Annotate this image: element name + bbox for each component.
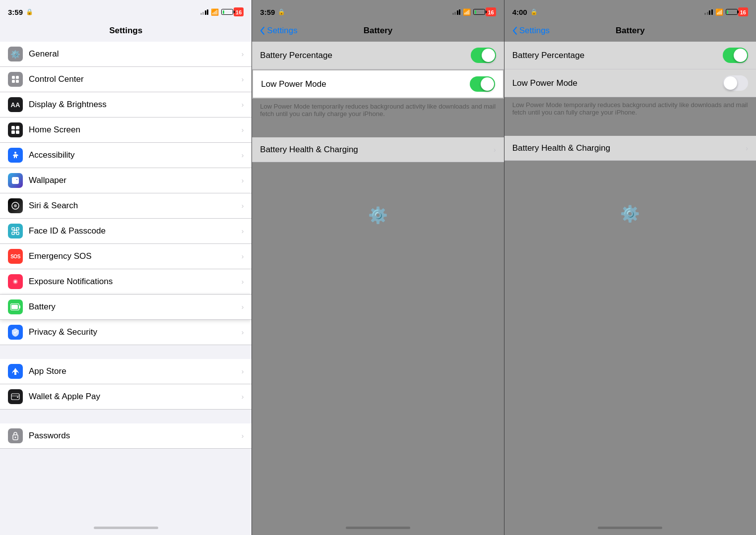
divider-5	[504, 161, 756, 175]
settings-item-wallet[interactable]: Wallet & Apple Pay ›	[0, 384, 252, 410]
battery-percentage-toggle-3[interactable]	[723, 48, 748, 63]
settings-item-control-center[interactable]: Control Center ›	[0, 67, 252, 92]
signal-icon-1	[200, 9, 209, 15]
svg-point-15	[14, 230, 15, 231]
svg-rect-7	[16, 130, 19, 134]
svg-rect-6	[11, 130, 15, 134]
nav-back-3[interactable]: Settings	[512, 26, 550, 36]
low-power-mode-row-3[interactable]: Low Power Mode	[504, 69, 756, 97]
battery-num-1: 16	[236, 9, 242, 15]
face-id-label: Face ID & Passcode	[29, 226, 238, 236]
privacy-chevron: ›	[242, 328, 244, 336]
battery-percentage-row-2[interactable]: Battery Percentage	[252, 42, 504, 69]
low-power-mode-row-2[interactable]: Low Power Mode	[252, 69, 504, 99]
settings-item-passwords[interactable]: Passwords ›	[0, 423, 252, 449]
nav-bar-3: Settings Battery	[504, 22, 756, 42]
battery-percentage-row-3[interactable]: Battery Percentage	[504, 42, 756, 69]
privacy-icon	[8, 325, 23, 340]
settings-item-wallpaper[interactable]: Wallpaper ›	[0, 168, 252, 193]
battery-label: Battery	[29, 302, 238, 312]
accessibility-icon	[8, 148, 23, 163]
display-chevron: ›	[242, 101, 244, 109]
wifi-icon-2: 📶	[463, 8, 471, 16]
home-indicator-3	[504, 520, 756, 535]
settings-item-face-id[interactable]: Face ID & Passcode ›	[0, 219, 252, 244]
lock-icon-2: 🔒	[278, 8, 285, 15]
emergency-label: Emergency SOS	[29, 251, 238, 261]
low-power-toggle-3[interactable]	[723, 75, 748, 91]
low-power-toggle-2[interactable]	[470, 76, 495, 92]
svg-rect-3	[16, 80, 19, 83]
display-label: Display & Brightness	[29, 100, 238, 110]
panel-battery-off: 4:00 🔒 📶 16 Settings Battery	[504, 0, 756, 535]
settings-item-home-screen[interactable]: Home Screen ›	[0, 118, 252, 143]
general-label: General	[29, 49, 238, 59]
app-store-label: App Store	[29, 366, 238, 376]
settings-item-emergency[interactable]: SOS Emergency SOS ›	[0, 244, 252, 269]
passwords-chevron: ›	[242, 432, 244, 440]
nav-title-1: Settings	[109, 26, 142, 36]
wifi-icon-3: 📶	[715, 8, 723, 16]
wallet-icon	[8, 389, 23, 404]
emergency-icon: SOS	[8, 249, 23, 264]
settings-item-privacy[interactable]: Privacy & Security ›	[0, 320, 252, 345]
low-power-label-3: Low Power Mode	[512, 78, 723, 88]
svg-rect-2	[12, 80, 15, 83]
home-bar-2	[346, 527, 410, 529]
control-center-label: Control Center	[29, 74, 238, 84]
svg-point-8	[14, 152, 16, 154]
svg-rect-21	[19, 305, 20, 308]
settings-item-exposure[interactable]: Exposure Notifications ›	[0, 269, 252, 295]
privacy-label: Privacy & Security	[29, 327, 238, 337]
nav-back-2[interactable]: Settings	[260, 26, 297, 36]
wallet-label: Wallet & Apple Pay	[29, 392, 238, 402]
settings-item-battery[interactable]: Battery ›	[0, 295, 252, 320]
app-store-icon	[8, 364, 23, 379]
svg-rect-5	[16, 126, 19, 129]
battery-health-row-3[interactable]: Battery Health & Charging ›	[504, 136, 756, 161]
settings-item-app-store[interactable]: App Store ›	[0, 359, 252, 384]
signal-icon-2	[452, 9, 461, 15]
time-3: 4:00	[512, 8, 527, 16]
settings-list: ⚙️ General › Control Center › AA Display…	[0, 42, 252, 520]
divider-2	[252, 123, 504, 137]
settings-item-accessibility[interactable]: Accessibility ›	[0, 143, 252, 168]
toggle-knob-lpm-2	[481, 77, 494, 91]
settings-item-general[interactable]: ⚙️ General ›	[0, 42, 252, 67]
accessibility-chevron: ›	[242, 151, 244, 159]
back-label-3: Settings	[519, 26, 550, 36]
control-center-icon	[8, 72, 23, 87]
svg-point-27	[15, 437, 16, 438]
home-bar-1	[94, 527, 158, 529]
battery-health-chevron-2: ›	[494, 146, 496, 154]
nav-bar-1: Settings	[0, 22, 252, 42]
battery-icon-3: 16	[473, 7, 496, 16]
divider-3	[252, 162, 504, 176]
status-icons-2: 📶 16	[452, 7, 496, 16]
battery-icon-2	[8, 299, 23, 314]
toggle-knob-3	[734, 49, 747, 62]
settings-item-siri[interactable]: Siri & Search ›	[0, 193, 252, 219]
home-screen-icon	[8, 122, 23, 137]
siri-chevron: ›	[242, 202, 244, 210]
home-bar-3	[598, 527, 662, 529]
battery-health-label-2: Battery Health & Charging	[260, 145, 494, 155]
panel-settings: 3:59 🔒 📶 16 Settings ⚙️ General	[0, 0, 252, 535]
low-power-desc-2: Low Power Mode temporarily reduces backg…	[252, 99, 504, 123]
display-icon: AA	[8, 97, 23, 112]
battery-health-row-2[interactable]: Battery Health & Charging ›	[252, 137, 504, 162]
svg-rect-24	[11, 395, 19, 397]
svg-rect-1	[16, 76, 19, 79]
svg-point-19	[15, 281, 16, 283]
exposure-icon	[8, 274, 23, 289]
exposure-label: Exposure Notifications	[29, 277, 238, 287]
home-screen-chevron: ›	[242, 126, 244, 134]
gap-1	[0, 345, 252, 359]
battery-percentage-toggle-2[interactable]	[471, 48, 496, 63]
settings-item-display[interactable]: AA Display & Brightness ›	[0, 92, 252, 118]
signal-icon-3	[704, 9, 713, 15]
toggle-knob-2	[482, 49, 495, 62]
svg-rect-0	[12, 76, 15, 79]
status-icons-3: 📶 16	[704, 7, 748, 16]
battery-health-chevron-3: ›	[746, 144, 748, 152]
